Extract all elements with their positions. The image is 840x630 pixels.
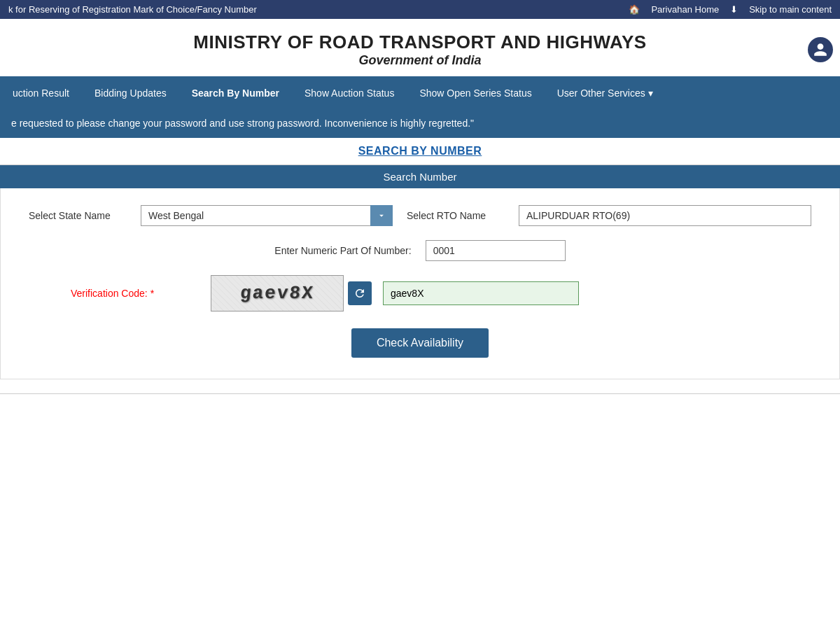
state-rto-row: Select State Name West Bengal Select RTO… [29, 205, 811, 226]
gov-subtitle: Government of India [42, 53, 798, 68]
top-bar: k for Reserving of Registration Mark of … [0, 0, 840, 19]
user-avatar[interactable] [808, 37, 833, 62]
nav-show-auction-status[interactable]: Show Auction Status [292, 78, 407, 108]
form-body: Select State Name West Bengal Select RTO… [0, 188, 840, 379]
nav-show-open-series[interactable]: Show Open Series Status [407, 78, 544, 108]
state-select[interactable]: West Bengal [141, 205, 393, 226]
top-bar-right: 🏠 Parivahan Home ⬇ Skip to main content [629, 4, 832, 15]
navbar: uction Result Bidding Updates Search By … [0, 76, 840, 110]
numeric-label: Enter Numeric Part Of Number: [274, 245, 411, 256]
numeric-row: Enter Numeric Part Of Number: [29, 240, 811, 261]
ministry-title: MINISTRY OF ROAD TRANSPORT AND HIGHWAYS [42, 31, 798, 53]
top-bar-title: k for Reserving of Registration Mark of … [8, 4, 257, 15]
rto-input[interactable] [519, 205, 811, 226]
numeric-input[interactable] [426, 240, 566, 261]
captcha-image: gaev8X [211, 275, 344, 312]
search-page-heading: SEARCH BY NUMBER [0, 138, 840, 165]
check-btn-row: Check Availability [29, 328, 811, 358]
rto-label: Select RTO Name [407, 210, 505, 221]
home-icon: 🏠 [629, 4, 640, 15]
header: MINISTRY OF ROAD TRANSPORT AND HIGHWAYS … [0, 19, 840, 76]
nav-search-by-number[interactable]: Search By Number [179, 78, 292, 108]
captcha-refresh-button[interactable] [348, 281, 372, 305]
nav-user-other-services[interactable]: User Other Services ▾ [545, 78, 666, 108]
header-center: MINISTRY OF ROAD TRANSPORT AND HIGHWAYS … [42, 31, 798, 68]
nav-auction-result[interactable]: uction Result [0, 78, 82, 108]
parivahan-home-link[interactable]: Parivahan Home [651, 4, 719, 15]
arrow-down-icon: ⬇ [730, 4, 738, 15]
form-container: Search Number Select State Name West Ben… [0, 165, 840, 379]
form-section-header: Search Number [0, 165, 840, 188]
captcha-label: Verification Code: * [71, 288, 211, 299]
notice-text: e requested to please change your passwo… [11, 118, 474, 129]
footer-divider [0, 393, 840, 394]
notice-banner: e requested to please change your passwo… [0, 110, 840, 138]
state-label: Select State Name [29, 210, 127, 221]
state-select-wrapper: West Bengal [141, 205, 393, 226]
captcha-input[interactable] [383, 281, 579, 305]
captcha-row: Verification Code: * gaev8X [29, 275, 811, 312]
check-availability-button[interactable]: Check Availability [351, 328, 489, 358]
captcha-required: * [150, 288, 154, 299]
nav-bidding-updates[interactable]: Bidding Updates [82, 78, 179, 108]
skip-link[interactable]: Skip to main content [749, 4, 832, 15]
captcha-image-text: gaev8X [239, 283, 315, 304]
header-right [798, 37, 833, 62]
